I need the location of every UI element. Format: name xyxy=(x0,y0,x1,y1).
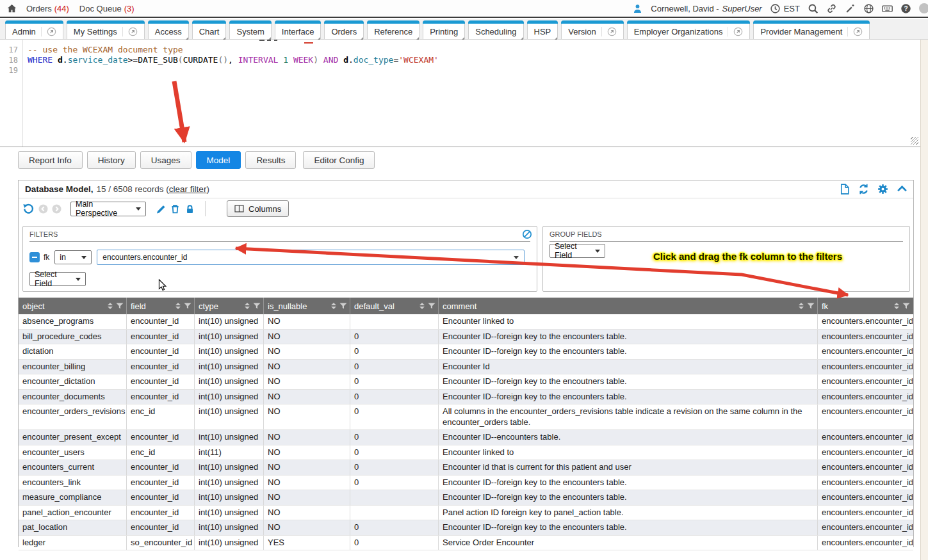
table-row[interactable]: encounter_present_exceptencounter_idint(… xyxy=(19,430,913,445)
table-row[interactable]: encounter_usersenc_idint(11)NO0Encounter… xyxy=(19,445,913,461)
table-row[interactable]: encounters_linkencounter_idint(10) unsig… xyxy=(19,476,913,491)
table-row[interactable]: measure_complianceencounter_idint(10) un… xyxy=(19,490,913,506)
add-filter-field-select[interactable]: Select Field xyxy=(29,272,86,286)
nav-tab-printing[interactable]: Printing xyxy=(423,20,465,39)
add-group-field-select[interactable]: Select Field xyxy=(549,244,605,258)
keyboard-icon[interactable] xyxy=(882,3,893,14)
clear-filter-link[interactable]: clear filter xyxy=(169,184,207,194)
filter-funnel-icon[interactable] xyxy=(253,303,261,309)
nav-tab-hsp[interactable]: HSP xyxy=(527,20,558,39)
chevron-down-icon xyxy=(514,256,519,259)
refresh-icon[interactable] xyxy=(858,183,870,195)
forward-icon[interactable] xyxy=(52,204,61,214)
scrollbar-track[interactable] xyxy=(920,40,928,560)
wand-icon[interactable] xyxy=(845,3,856,14)
column-header-is-nullable[interactable]: is_nullable xyxy=(263,298,350,314)
editor-code[interactable]: -- use the WCEXAM document typeWHERE d.s… xyxy=(28,40,911,147)
external-link-icon[interactable] xyxy=(847,27,863,36)
link-icon[interactable] xyxy=(826,3,837,14)
code-token: . xyxy=(348,55,354,65)
remove-filter-icon[interactable] xyxy=(29,252,40,262)
tab-editor-config[interactable]: Editor Config xyxy=(303,151,375,169)
sort-icon[interactable] xyxy=(175,303,181,309)
table-row[interactable]: bill_procedure_codesencounter_idint(10) … xyxy=(19,330,913,345)
filter-funnel-icon[interactable] xyxy=(184,303,191,309)
undo-icon[interactable] xyxy=(22,203,35,215)
external-link-icon[interactable] xyxy=(41,27,56,36)
sort-icon[interactable] xyxy=(894,303,899,309)
filter-funnel-icon[interactable] xyxy=(116,303,124,309)
search-icon[interactable] xyxy=(808,3,818,14)
globe-icon[interactable] xyxy=(863,3,874,14)
table-row[interactable]: encounter_orders_revisionsenc_idint(10) … xyxy=(19,404,913,430)
tab-results[interactable]: Results xyxy=(245,151,296,169)
nav-tab-chart[interactable]: Chart xyxy=(192,20,227,39)
table-row[interactable]: encounter_documentsencounter_idint(10) u… xyxy=(19,390,913,405)
sort-icon[interactable] xyxy=(799,303,804,309)
filter-funnel-icon[interactable] xyxy=(339,303,347,309)
home-icon[interactable] xyxy=(6,3,17,14)
column-header-ctype[interactable]: ctype xyxy=(194,298,263,314)
column-header-fk[interactable]: fk xyxy=(817,298,913,314)
table-row[interactable]: encounter_dictationencounter_idint(10) u… xyxy=(19,374,913,390)
back-icon[interactable] xyxy=(38,204,48,214)
nav-tab-interface[interactable]: Interface xyxy=(275,20,322,39)
column-header-comment[interactable]: comment xyxy=(438,298,817,314)
table-row[interactable]: encounter_billingencounter_idint(10) uns… xyxy=(19,360,913,375)
nav-tab-scheduling[interactable]: Scheduling xyxy=(468,20,523,39)
tab-report-info[interactable]: Report Info xyxy=(18,151,83,169)
tab-model[interactable]: Model xyxy=(196,151,241,169)
filter-funnel-icon[interactable] xyxy=(902,303,910,309)
filter-funnel-icon[interactable] xyxy=(807,303,815,309)
column-header-object[interactable]: object xyxy=(19,298,126,314)
sort-icon[interactable] xyxy=(245,303,250,309)
lock-icon[interactable] xyxy=(184,204,195,214)
sort-icon[interactable] xyxy=(331,303,336,309)
column-header-field[interactable]: field xyxy=(126,298,194,314)
table-row[interactable]: dictationencounter_idint(10) unsignedNO0… xyxy=(19,344,913,360)
nav-tab-provider-management[interactable]: Provider Management xyxy=(753,20,870,39)
avatar[interactable] xyxy=(919,3,928,13)
clock-icon[interactable] xyxy=(770,3,781,14)
topbar-link-orders[interactable]: Orders(44) xyxy=(26,4,69,13)
tab-usages[interactable]: Usages xyxy=(140,151,191,169)
nav-tab-employer-organizations[interactable]: Employer Organizations xyxy=(627,20,751,39)
table-row[interactable]: absence_programsencounter_idint(10) unsi… xyxy=(19,314,913,330)
table-row[interactable]: pat_locationencounter_idint(10) unsigned… xyxy=(19,520,913,536)
nav-tab-system[interactable]: System xyxy=(229,20,271,39)
user-info[interactable]: Cornewell, David - SuperUser xyxy=(651,4,761,13)
sort-icon[interactable] xyxy=(108,303,113,309)
nav-tab-access[interactable]: Access xyxy=(148,20,189,39)
tab-history[interactable]: History xyxy=(87,151,136,169)
nav-tab-reference[interactable]: Reference xyxy=(367,20,419,39)
gear-icon[interactable] xyxy=(877,183,889,195)
external-link-icon[interactable] xyxy=(601,27,617,36)
table-row[interactable]: panel_action_encounterencounter_idint(10… xyxy=(19,506,913,521)
columns-button[interactable]: Columns xyxy=(227,200,289,217)
external-link-icon[interactable] xyxy=(122,27,138,36)
cell-object: absence_programs xyxy=(19,314,126,329)
trash-icon[interactable] xyxy=(170,204,181,214)
sort-icon[interactable] xyxy=(419,303,425,309)
table-row[interactable]: encounters_currentencounter_idint(10) un… xyxy=(19,460,913,476)
filter-operator-select[interactable]: in xyxy=(54,250,92,264)
new-document-icon[interactable] xyxy=(838,183,851,195)
nav-tab-orders[interactable]: Orders xyxy=(324,20,364,39)
topbar-link-doc-queue[interactable]: Doc Queue(3) xyxy=(79,4,134,13)
external-link-icon[interactable] xyxy=(728,27,743,36)
sql-editor[interactable]: 171819 -- use the WCEXAM document typeWH… xyxy=(0,40,920,147)
table-row[interactable]: ledgerso_encounter_idint(10) unsignedYES… xyxy=(19,536,913,551)
clear-filters-icon[interactable] xyxy=(522,229,532,239)
perspective-select[interactable]: Main Perspective xyxy=(70,202,146,216)
nav-tab-admin[interactable]: Admin xyxy=(5,20,63,39)
filter-value-input[interactable]: encounters.encounter_id xyxy=(97,250,525,265)
collapse-icon[interactable] xyxy=(896,183,908,195)
user-name: Cornewell, David - xyxy=(651,4,719,13)
column-header-default-val[interactable]: default_val xyxy=(350,298,438,314)
nav-tab-version[interactable]: Version xyxy=(561,20,623,39)
pencil-icon[interactable] xyxy=(155,204,166,214)
nav-tab-my-settings[interactable]: My Settings xyxy=(67,20,145,39)
editor-resize-grip[interactable] xyxy=(911,137,918,145)
filter-funnel-icon[interactable] xyxy=(428,303,436,309)
help-icon[interactable]: ? xyxy=(900,3,911,14)
